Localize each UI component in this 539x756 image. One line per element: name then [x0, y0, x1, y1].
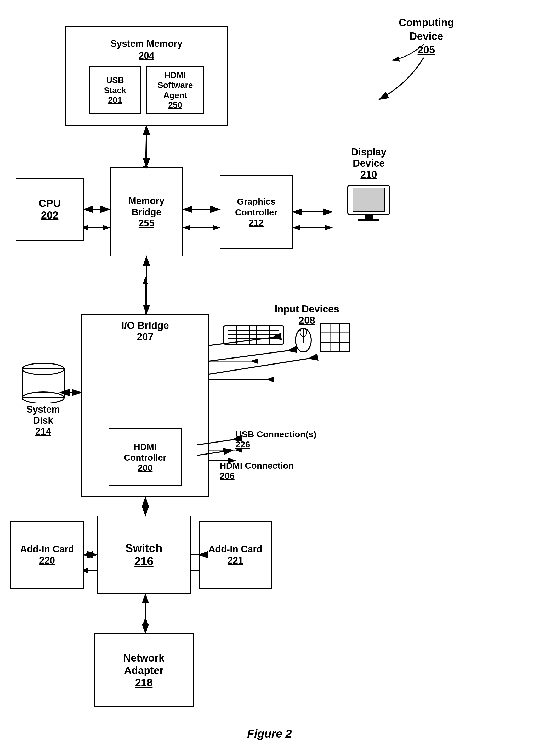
- network-adapter-num: 218: [135, 677, 153, 689]
- network-adapter-box: NetworkAdapter 218: [94, 633, 193, 707]
- hdmi-controller-num: 200: [138, 462, 153, 473]
- display-num: 210: [332, 169, 405, 180]
- addin-card-221-box: Add-In Card 221: [199, 521, 272, 589]
- memory-bridge-num: 255: [139, 218, 154, 229]
- switch-label: Switch: [125, 542, 162, 555]
- hdmi-controller-label: HDMIController: [124, 442, 166, 463]
- usb-stack-label: USBStack: [104, 75, 126, 95]
- io-bridge-num: 207: [82, 331, 208, 343]
- svg-rect-19: [353, 188, 384, 212]
- cpu-box: CPU 202: [16, 178, 84, 241]
- mouse-icon: [293, 322, 314, 353]
- hdmi-controller-box: HDMIController 200: [109, 428, 182, 486]
- keyboard-icon: [222, 324, 285, 348]
- addin-card-220-box: Add-In Card 220: [11, 521, 84, 589]
- diagram-container: Computing Device 205 System Memory 204 U…: [0, 0, 539, 756]
- hdmi-agent-num: 250: [168, 100, 182, 110]
- svg-rect-20: [365, 214, 373, 219]
- switch-box: Switch 216: [97, 516, 191, 594]
- computing-device-arrow: [387, 42, 434, 63]
- network-adapter-label: NetworkAdapter: [123, 652, 165, 677]
- hdmi-connection-label: HDMI Connection 206: [220, 461, 294, 481]
- addin-220-num: 220: [39, 555, 55, 566]
- figure-caption: Figure 2: [0, 727, 539, 740]
- graphics-controller-num: 212: [249, 217, 264, 228]
- hdmi-agent-label: HDMISoftwareAgent: [157, 70, 193, 100]
- addin-220-label: Add-In Card: [20, 544, 74, 555]
- memory-bridge-label: MemoryBridge: [128, 195, 165, 218]
- graphics-controller-box: GraphicsController 212: [220, 175, 293, 249]
- svg-rect-21: [358, 219, 379, 221]
- addin-221-num: 221: [228, 555, 243, 566]
- system-memory-num: 204: [139, 50, 154, 61]
- display-device: DisplayDevice 210: [332, 146, 405, 225]
- usb-stack-num: 201: [108, 95, 122, 105]
- svg-rect-42: [320, 323, 349, 352]
- switch-num: 216: [134, 555, 153, 568]
- system-memory-box: System Memory 204 USBStack 201 HDMISoftw…: [65, 26, 228, 126]
- grid-icon: [319, 322, 350, 353]
- memory-bridge-box: MemoryBridge 255: [110, 167, 183, 256]
- svg-rect-27: [224, 326, 284, 344]
- graphics-controller-label: GraphicsController: [235, 196, 277, 218]
- cpu-label: CPU: [39, 198, 61, 210]
- cpu-num: 202: [41, 210, 59, 221]
- display-label: DisplayDevice: [332, 146, 405, 169]
- usb-stack-box: USBStack 201: [89, 66, 141, 114]
- system-disk: SystemDisk 214: [11, 361, 76, 437]
- usb-connections-label: USB Connection(s) 226: [235, 429, 316, 450]
- system-disk-label: SystemDisk: [11, 404, 76, 426]
- io-bridge-label: I/O Bridge: [82, 320, 208, 331]
- svg-line-57: [209, 359, 309, 374]
- addin-221-label: Add-In Card: [208, 544, 262, 555]
- io-bridge-outer: I/O Bridge 207 HDMIController 200: [81, 314, 209, 497]
- svg-line-2: [145, 119, 146, 173]
- hdmi-agent-box: HDMISoftwareAgent 250: [146, 66, 204, 114]
- system-memory-label: System Memory: [111, 38, 183, 49]
- system-disk-num: 214: [11, 426, 76, 437]
- svg-line-56: [209, 351, 288, 361]
